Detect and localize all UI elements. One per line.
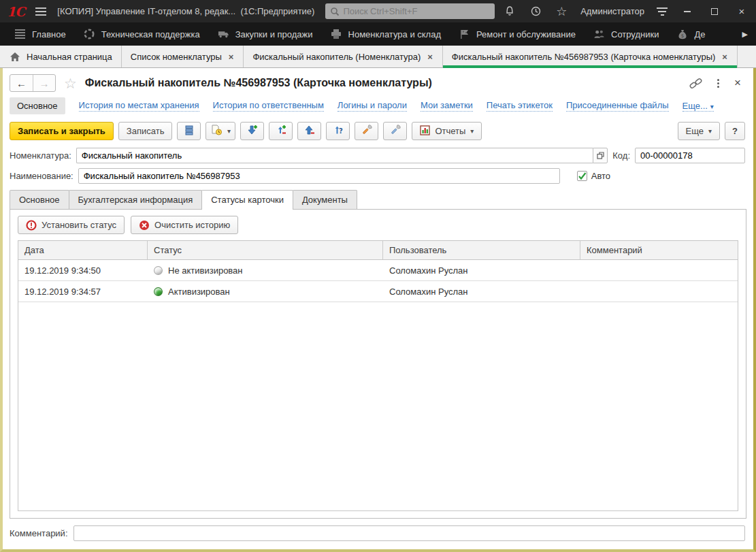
open-windows-tabbar: Начальная страница Список номенклатуры ×… <box>0 46 756 68</box>
connection-status-icon[interactable] <box>657 7 668 16</box>
cell-date: 19.12.2019 9:34:50 <box>18 265 148 276</box>
cell-status: Не активизирован <box>148 265 383 276</box>
main-menu-icon[interactable] <box>33 5 49 18</box>
menu-item-money[interactable]: $ Де <box>668 22 714 46</box>
tab-nomenclature-list[interactable]: Список номенклатуры × <box>122 46 244 67</box>
chevron-down-icon: ▾ <box>708 127 712 135</box>
nav-link-main[interactable]: Основное <box>10 97 65 114</box>
move-down-add-button[interactable] <box>240 122 264 140</box>
tab-fiscal-drive-item[interactable]: Фискальный накопитель (Номенклатура) × <box>244 46 442 67</box>
nav-link-logins[interactable]: Логины и пароли <box>338 100 407 112</box>
form-title: Фискальный накопитель №456987953 (Карточ… <box>85 77 432 89</box>
tab-close-icon[interactable]: × <box>228 52 235 62</box>
nav-link-attached-files[interactable]: Присоединенные файлы <box>566 100 669 112</box>
global-search[interactable] <box>325 3 495 19</box>
settings-blue-button[interactable] <box>383 122 407 140</box>
name-input[interactable] <box>78 168 560 184</box>
move-up-remove-button[interactable] <box>297 122 321 140</box>
inner-tab-documents[interactable]: Документы <box>293 190 357 209</box>
clear-history-button[interactable]: Очистить историю <box>131 216 238 234</box>
arrows-question-icon: ? <box>333 125 344 137</box>
menu-item-maintenance[interactable]: Ремонт и обслуживание <box>450 22 585 46</box>
inner-tab-card-statuses[interactable]: Статусы карточки <box>201 190 293 210</box>
tab-close-icon[interactable]: × <box>721 52 728 62</box>
titlebar-controls: ☆ Администратор × <box>503 5 749 18</box>
table-row[interactable]: 19.12.2019 9:34:50 Не активизирован Соло… <box>18 260 738 281</box>
history-icon[interactable] <box>529 5 542 18</box>
form-close-button[interactable]: × <box>734 76 741 90</box>
get-link-icon[interactable] <box>689 76 702 90</box>
tab-label: Начальная страница <box>27 52 112 62</box>
menu-item-employees[interactable]: Сотрудники <box>585 22 668 46</box>
menu-item-support[interactable]: Техническая поддержка <box>75 22 209 46</box>
column-header-comment[interactable]: Комментарий <box>580 241 738 259</box>
1c-logo: 1С <box>7 4 24 19</box>
moneybag-icon: $ <box>676 29 688 40</box>
change-history-button[interactable] <box>177 122 201 140</box>
cell-date: 19.12.2019 9:34:57 <box>18 287 148 297</box>
set-status-button[interactable]: Установить статус <box>18 216 125 234</box>
order-help-button[interactable]: ? <box>326 122 350 140</box>
menu-item-nomenclature[interactable]: Номенклатура и склад <box>322 22 450 46</box>
window-close-button[interactable]: × <box>734 5 749 18</box>
current-user[interactable]: Администратор <box>580 6 644 16</box>
nav-link-labels[interactable]: Печать этикеток <box>487 100 553 112</box>
arrows-up-down-plus-minus-icon <box>276 125 286 137</box>
code-input[interactable] <box>635 148 745 163</box>
auto-checkbox[interactable]: Авто <box>577 171 610 181</box>
comment-label: Комментарий: <box>10 528 68 538</box>
notifications-bell-icon[interactable] <box>503 5 516 18</box>
tab-close-icon[interactable]: × <box>427 52 433 62</box>
inner-tab-main[interactable]: Основное <box>10 190 69 209</box>
window-titlebar: 1С [КОПИЯ] Управление IT-отделом 8, реда… <box>0 0 756 22</box>
tab-fiscal-drive-card[interactable]: Фискальный накопитель №456987953 (Карточ… <box>443 46 738 67</box>
comment-input[interactable] <box>73 525 746 541</box>
status-ball-icon <box>154 266 163 275</box>
checkbox-checked-icon <box>577 171 587 181</box>
scheduled-doc-button[interactable]: ▾ <box>206 122 235 140</box>
status-actions: Установить статус Очистить историю <box>18 216 738 234</box>
reports-button[interactable]: Отчеты ▾ <box>412 122 482 140</box>
search-input[interactable] <box>343 6 491 16</box>
more-options-dots-icon[interactable] <box>716 78 721 89</box>
minimize-button[interactable] <box>680 5 695 18</box>
help-button[interactable]: ? <box>725 122 745 140</box>
tab-home[interactable]: Начальная страница <box>0 46 122 67</box>
table-row[interactable]: 19.12.2019 9:34:57 Активизирован Соломах… <box>18 281 738 302</box>
menu-item-purchases[interactable]: Закупки и продажи <box>209 22 322 46</box>
wrench-orange-icon <box>361 125 372 137</box>
nomenclature-field-row: Номенклатура: Код: <box>3 146 753 166</box>
name-label: Наименование: <box>10 171 73 181</box>
back-button[interactable]: ← <box>10 75 33 91</box>
menu-item-main[interactable]: Главное <box>5 22 75 46</box>
favorites-star-icon[interactable]: ☆ <box>555 5 568 18</box>
reorder-add-remove-button[interactable] <box>269 122 293 140</box>
column-header-date[interactable]: Дата <box>18 241 148 259</box>
nav-link-responsible-history[interactable]: История по ответственным <box>213 100 324 112</box>
form-header-controls: × <box>689 76 745 90</box>
settings-orange-button[interactable] <box>355 122 378 140</box>
card-form: ← → ☆ Фискальный накопитель №456987953 (… <box>0 68 756 552</box>
favorite-star-icon[interactable]: ☆ <box>64 76 77 91</box>
nav-link-notes[interactable]: Мои заметки <box>421 100 473 112</box>
save-close-button[interactable]: Записать и закрыть <box>10 122 114 140</box>
column-header-status[interactable]: Статус <box>148 241 383 259</box>
column-header-user[interactable]: Пользователь <box>383 241 580 259</box>
home-icon <box>9 51 20 63</box>
form-toolbar: Записать и закрыть Записать ▾ ? Отчет <box>3 120 753 146</box>
nomenclature-input[interactable] <box>76 148 593 163</box>
maximize-button[interactable] <box>707 5 722 18</box>
menu-overflow-arrow[interactable]: ▶ <box>740 30 751 39</box>
window-title: [КОПИЯ] Управление IT-отделом 8, редак..… <box>57 6 314 16</box>
nav-more-button[interactable]: Еще...▾ <box>683 101 714 112</box>
inner-tab-accounting[interactable]: Бухгалтерская информация <box>69 190 203 209</box>
reports-label: Отчеты <box>435 126 465 136</box>
nomenclature-label: Номенклатура: <box>10 150 71 161</box>
nav-link-storage-history[interactable]: История по местам хранения <box>79 100 199 112</box>
forward-button[interactable]: → <box>33 75 55 91</box>
menu-label: Закупки и продажи <box>235 29 313 39</box>
history-nav-buttons: ← → <box>10 74 56 92</box>
open-ref-button[interactable] <box>593 148 608 163</box>
more-button[interactable]: Еще ▾ <box>678 122 720 140</box>
save-button[interactable]: Записать <box>118 122 173 140</box>
